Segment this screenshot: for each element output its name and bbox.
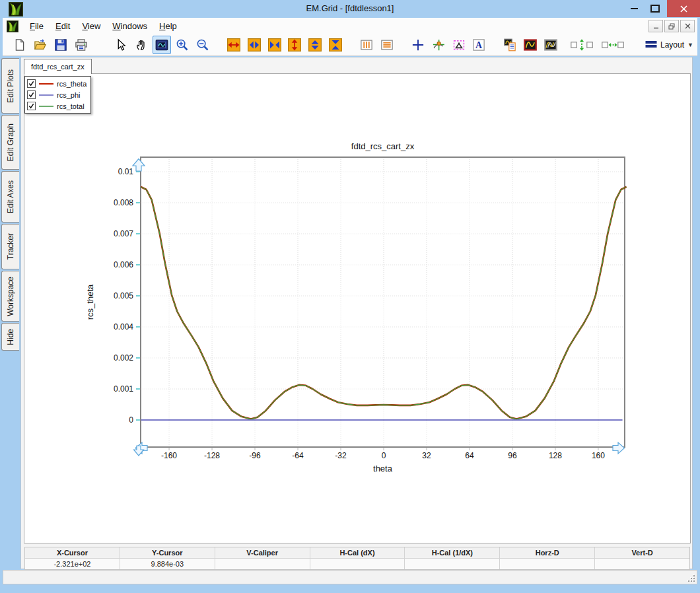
tracker-icon — [432, 38, 445, 52]
legend-checkbox[interactable] — [27, 79, 36, 88]
sidebar-tab-workspace[interactable]: Workspace — [1, 271, 19, 322]
plot-area[interactable] — [141, 157, 625, 447]
zoom-out-button[interactable] — [193, 36, 212, 54]
x-tick-label: -128 — [204, 451, 220, 460]
multi-trace-button[interactable] — [542, 36, 560, 54]
zoom-out-icon — [196, 38, 209, 52]
horizontal-gridlines-button[interactable] — [378, 36, 396, 54]
mdi-restore-button[interactable] — [664, 20, 679, 32]
legend-button[interactable] — [501, 36, 519, 54]
legend-entry: rcs_theta — [27, 78, 87, 89]
zoom-box-icon — [155, 38, 168, 52]
zoom-box-button[interactable] — [153, 36, 171, 54]
resize-grip-icon[interactable] — [687, 574, 695, 582]
print-button[interactable] — [72, 36, 90, 54]
mdi-close-button[interactable] — [680, 20, 695, 32]
mdi-minimize-button[interactable] — [648, 20, 663, 32]
text-annotation-button[interactable]: A — [470, 36, 489, 54]
menu-help[interactable]: Help — [153, 19, 183, 33]
status-value: 9.884e-03 — [120, 559, 215, 569]
sidebar-tab-edit-plots[interactable]: Edit Plots — [1, 58, 19, 114]
h-zoom-in-axis-button[interactable] — [245, 36, 263, 54]
y-tick-label: 0.006 — [114, 260, 133, 269]
caliper-button[interactable] — [450, 36, 468, 54]
sidebar-tab-tracker[interactable]: Tracker — [1, 224, 19, 269]
open-file-button[interactable] — [31, 36, 50, 54]
axis-arrow-icon — [613, 442, 625, 454]
caliper-icon — [452, 38, 466, 52]
legend-checkbox[interactable] — [27, 90, 36, 99]
vertical-gridlines-button[interactable] — [357, 36, 376, 54]
y-tick-label: 0.001 — [114, 384, 133, 394]
select-cursor-button[interactable] — [112, 36, 131, 54]
vertical-lines-icon — [360, 38, 373, 52]
legend-icon — [503, 38, 516, 52]
rcs_total-curve — [141, 187, 626, 419]
v-full-scale-button[interactable] — [286, 36, 304, 54]
sidebar-tab-label: Edit Axes — [6, 180, 15, 213]
tracker-button[interactable] — [429, 36, 448, 54]
legend-entry: rcs_phi — [27, 89, 87, 100]
tracker-readout-table: X-CursorY-CursorV-CaliperH-Cal (dX)H-Cal… — [24, 547, 690, 570]
menu-windows[interactable]: Windows — [106, 19, 153, 33]
menu-view[interactable]: View — [76, 19, 106, 33]
legend-label: rcs_total — [57, 102, 85, 110]
horizontal-separation-button[interactable] — [604, 36, 622, 54]
legend-line-sample — [39, 94, 53, 96]
new-file-button[interactable] — [11, 36, 29, 54]
save-button[interactable] — [52, 36, 70, 54]
v-arrows-out-icon — [308, 38, 322, 52]
menu-edit[interactable]: Edit — [50, 19, 76, 33]
h-full-scale-button[interactable] — [225, 36, 243, 54]
plot-panel: -160-128-96-64-32032649612816000.0010.00… — [24, 73, 691, 543]
document-tab[interactable]: fdtd_rcs_cart_zx — [24, 59, 92, 74]
y-tick-label: 0.005 — [114, 291, 133, 300]
x-tick-label: 32 — [422, 451, 431, 460]
y-tick-label: 0.01 — [118, 167, 134, 176]
layout-label: Layout — [660, 40, 684, 50]
minimize-icon — [631, 8, 638, 9]
menu-file[interactable]: File — [24, 19, 50, 33]
maximize-icon — [650, 5, 660, 13]
document-area: fdtd_rcs_cart_zx -160-128-96-64-32032649… — [20, 57, 693, 569]
x-tick-label: -64 — [292, 451, 304, 460]
cursor-icon — [114, 38, 127, 52]
minimize-button[interactable] — [625, 0, 643, 17]
legend-label: rcs_phi — [57, 91, 80, 99]
status-column-header: Horz-D — [500, 547, 595, 559]
pan-hand-icon — [135, 38, 148, 52]
chevron-down-icon: ▼ — [687, 42, 693, 48]
svg-text:A: A — [475, 40, 482, 50]
sidebar-tab-hide[interactable]: Hide — [1, 323, 19, 351]
vertical-separation-button[interactable] — [573, 36, 591, 54]
x-tick-label: -160 — [161, 451, 177, 460]
maximize-button[interactable] — [646, 0, 664, 17]
status-column-header: Vert-D — [595, 547, 689, 559]
crosshair-button[interactable] — [409, 36, 427, 54]
axis-arrow-icon — [133, 159, 145, 172]
v-zoom-out-axis-button[interactable] — [326, 36, 345, 54]
sidebar-tab-edit-graph[interactable]: Edit Graph — [1, 115, 19, 170]
status-value — [405, 559, 500, 569]
sidebar-tab-edit-axes[interactable]: Edit Axes — [1, 171, 19, 223]
single-trace-button[interactable] — [521, 36, 540, 54]
h-zoom-out-axis-button[interactable] — [265, 36, 284, 54]
status-value — [215, 559, 310, 569]
layout-icon — [645, 40, 657, 51]
chart: -160-128-96-64-32032649612816000.0010.00… — [24, 74, 690, 543]
plot-legend: rcs_thetarcs_phircs_total — [24, 76, 91, 114]
x-tick-label: -32 — [335, 451, 347, 460]
status-value — [310, 559, 405, 569]
v-zoom-in-axis-button[interactable] — [306, 36, 324, 54]
menu-bar: FileEditViewWindowsHelp — [3, 18, 697, 35]
sidebar-tab-label: Edit Graph — [6, 123, 15, 161]
zoom-in-button[interactable] — [173, 36, 192, 54]
legend-checkbox[interactable] — [27, 102, 36, 110]
legend-line-sample — [39, 83, 53, 85]
y-tick-label: 0.002 — [114, 353, 133, 363]
close-button[interactable] — [667, 0, 700, 17]
app-icon-small — [7, 20, 18, 32]
x-tick-label: 128 — [549, 451, 562, 460]
layout-button[interactable]: Layout▼ — [641, 38, 697, 53]
pan-button[interactable] — [132, 36, 151, 54]
